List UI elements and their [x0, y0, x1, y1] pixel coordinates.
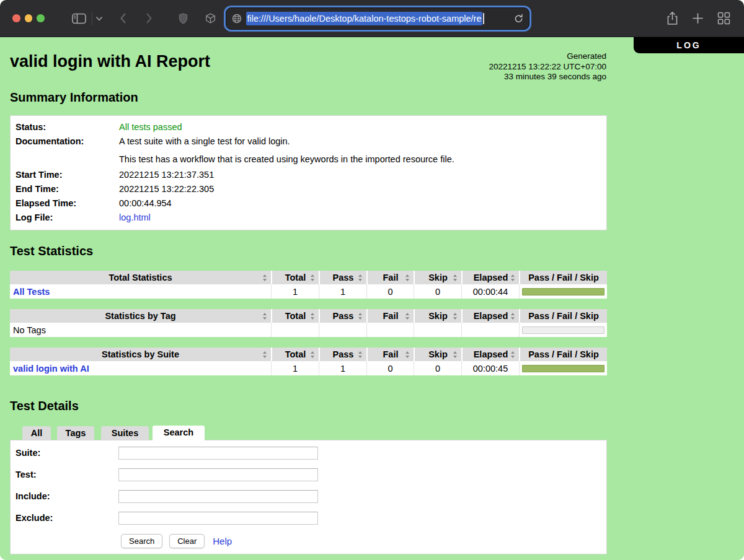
sort-icon[interactable]	[453, 313, 458, 320]
col-header-skip[interactable]: Skip	[414, 348, 461, 361]
statistics-heading: Test Statistics	[0, 230, 744, 258]
sort-icon[interactable]	[262, 274, 268, 281]
summary-row-status: Status: All tests passed	[16, 120, 601, 134]
col-header-fail[interactable]: Fail	[366, 271, 414, 284]
sort-icon[interactable]	[262, 351, 268, 358]
generated-info: Generated 20221215 13:22:22 UTC+07:00 33…	[489, 51, 606, 82]
col-header-total[interactable]: Total	[271, 348, 319, 361]
exclude-input[interactable]	[118, 512, 318, 525]
fail-cell: 0	[366, 361, 414, 375]
sort-icon[interactable]	[358, 351, 363, 358]
col-header-pass[interactable]: Pass	[319, 348, 366, 361]
shield-icon[interactable]	[179, 13, 188, 24]
sidebar-icon[interactable]	[72, 13, 86, 24]
sort-icon[interactable]	[510, 351, 516, 358]
col-header-elapsed[interactable]: Elapsed	[461, 348, 519, 361]
sort-icon[interactable]	[405, 313, 410, 320]
window-controls	[12, 14, 45, 22]
log-file-link[interactable]: log.html	[119, 212, 151, 222]
tab-tags[interactable]: Tags	[57, 426, 94, 440]
all-tests-link[interactable]: All Tests	[13, 287, 50, 297]
elapsed-cell: 00:00:45	[461, 361, 519, 375]
sort-icon[interactable]	[310, 351, 316, 358]
col-header-pass[interactable]: Pass	[319, 309, 366, 323]
test-label: Test:	[16, 468, 118, 479]
col-header-skip[interactable]: Skip	[414, 271, 461, 284]
skip-cell: 0	[414, 361, 461, 375]
test-input[interactable]	[118, 468, 318, 481]
chevron-down-icon[interactable]	[95, 14, 104, 23]
close-button[interactable]	[12, 14, 20, 22]
fail-cell: 0	[366, 284, 414, 299]
search-button[interactable]: Search	[121, 534, 162, 548]
url-text: file:///Users/haole/Desktop/katalon-test…	[246, 12, 483, 25]
details-heading: Test Details	[0, 386, 744, 413]
browser-window: file:///Users/haole/Desktop/katalon-test…	[0, 0, 744, 560]
form-buttons: Search Clear Help	[121, 534, 606, 548]
sort-icon[interactable]	[405, 274, 410, 281]
log-button[interactable]: LOG	[634, 37, 744, 53]
documentation-label: Documentation:	[16, 134, 119, 149]
zoom-button[interactable]	[37, 14, 45, 22]
pass-fail-skip-bar	[522, 326, 604, 334]
col-header-total[interactable]: Total	[271, 309, 319, 323]
share-icon[interactable]	[666, 11, 678, 25]
tab-all[interactable]: All	[22, 426, 51, 440]
col-header-elapsed[interactable]: Elapsed	[461, 271, 519, 284]
col-header-statistics-by-suite[interactable]: Statistics by Suite	[10, 348, 271, 361]
forward-icon[interactable]	[145, 12, 153, 24]
summary-row-start-time: Start Time: 20221215 13:21:37.351	[16, 168, 601, 182]
sort-icon[interactable]	[453, 274, 458, 281]
col-header-fail[interactable]: Fail	[366, 348, 414, 361]
col-header-elapsed[interactable]: Elapsed	[461, 309, 519, 323]
sort-icon[interactable]	[358, 313, 363, 320]
documentation-line1: A test suite with a single test for vali…	[119, 134, 290, 149]
pass-cell: 1	[319, 361, 366, 375]
back-icon[interactable]	[119, 12, 127, 24]
sort-icon[interactable]	[310, 274, 316, 281]
documentation-line2: This test has a workflow that is created…	[119, 152, 454, 167]
sort-icon[interactable]	[358, 274, 363, 281]
sort-icon[interactable]	[510, 313, 516, 320]
clear-button[interactable]: Clear	[169, 534, 205, 548]
col-header-total[interactable]: Total	[271, 271, 319, 284]
toolbar-right-actions	[666, 11, 730, 25]
form-row-exclude: Exclude:	[16, 512, 606, 525]
suite-link[interactable]: valid login with AI	[13, 364, 89, 374]
tab-suites[interactable]: Suites	[101, 426, 149, 440]
reload-icon[interactable]	[514, 14, 523, 24]
elapsed-label: Elapsed Time:	[16, 196, 119, 211]
suite-input[interactable]	[118, 447, 318, 460]
include-label: Include:	[16, 490, 118, 501]
minimize-button[interactable]	[25, 14, 33, 22]
generated-time: 20221215 13:22:22 UTC+07:00	[489, 62, 606, 72]
elapsed-cell	[461, 323, 519, 337]
search-panel: Suite: Test: Include: Exclude: Search Cl…	[10, 440, 607, 554]
include-input[interactable]	[118, 490, 318, 503]
col-header-total-statistics[interactable]: Total Statistics	[10, 271, 271, 284]
col-header-pass[interactable]: Pass	[319, 271, 366, 284]
sort-icon[interactable]	[405, 351, 410, 358]
sort-icon[interactable]	[453, 351, 458, 358]
skip-cell: 0	[414, 284, 461, 299]
col-header-statistics-by-tag[interactable]: Statistics by Tag	[10, 309, 271, 323]
tab-overview-icon[interactable]	[717, 12, 730, 25]
sort-icon[interactable]	[510, 274, 516, 281]
sort-icon[interactable]	[310, 313, 316, 320]
table-row: All Tests 1 1 0 0 00:00:44	[10, 284, 607, 299]
generated-ago: 33 minutes 39 seconds ago	[489, 72, 606, 82]
total-cell	[271, 323, 319, 337]
col-header-fail[interactable]: Fail	[366, 309, 414, 323]
help-link[interactable]: Help	[213, 536, 232, 546]
skip-cell	[414, 323, 461, 337]
generated-label: Generated	[489, 51, 606, 62]
details-tabs: All Tags Suites Search	[22, 426, 744, 440]
col-header-skip[interactable]: Skip	[414, 309, 461, 323]
new-tab-icon[interactable]	[692, 12, 704, 24]
tab-search[interactable]: Search	[153, 426, 205, 440]
total-cell: 1	[271, 361, 319, 375]
address-bar[interactable]: file:///Users/haole/Desktop/katalon-test…	[226, 7, 529, 30]
sort-icon[interactable]	[262, 313, 268, 320]
log-file-label: Log File:	[16, 211, 119, 225]
extensions-cube-icon[interactable]	[205, 13, 216, 24]
